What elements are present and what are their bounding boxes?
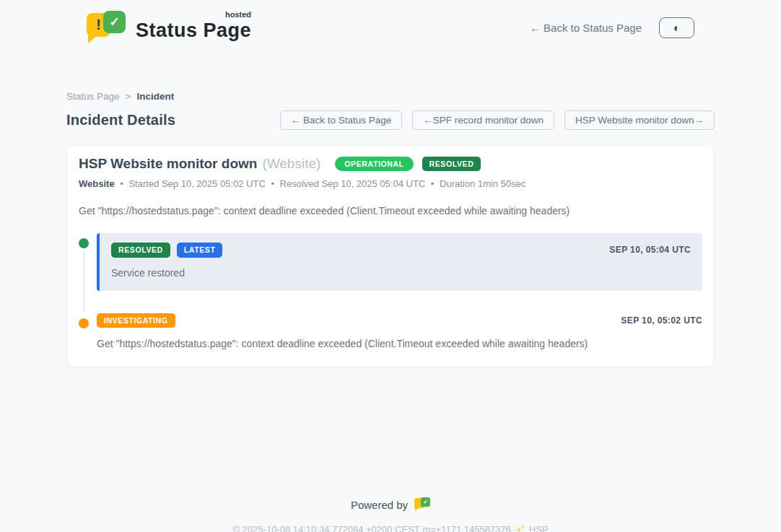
check-glyph: ✓ xyxy=(109,14,119,30)
timeline-update-latest: RESOLVED LATEST SEP 10, 05:04 UTC Servic… xyxy=(79,233,702,291)
title-row: Incident Details ← Back to Status Page ←… xyxy=(66,110,715,130)
header-right: ← Back to Status Page ◐ xyxy=(530,17,694,38)
update-message: Service restored xyxy=(111,267,691,279)
update-timestamp: SEP 10, 05:04 UTC xyxy=(609,245,691,255)
breadcrumb-incident: Incident xyxy=(136,91,174,102)
operational-badge: OPERATIONAL xyxy=(335,157,413,172)
incident-title: HSP Website monitor down xyxy=(79,156,257,172)
prev-incident-button[interactable]: ←SPF record monitor down xyxy=(412,110,554,130)
update-investigating-badge: INVESTIGATING xyxy=(97,313,175,328)
incident-nav-buttons: ← Back to Status Page ←SPF record monito… xyxy=(280,110,715,130)
meta-separator: • xyxy=(431,178,435,189)
theme-toggle-button[interactable]: ◐ xyxy=(659,17,694,38)
checkmark-icon: ✓ xyxy=(103,11,126,33)
powered-by-label: Powered by xyxy=(351,499,408,511)
update-latest-badge: LATEST xyxy=(177,243,223,258)
copyright-suffix: HSP xyxy=(529,524,549,532)
copyright-line: © 2025-10-08 14:10:34.772084 +0200 CEST … xyxy=(0,524,781,532)
meta-resolved: Resolved Sep 10, 2025 05:04 UTC xyxy=(280,178,426,189)
brand-logo[interactable]: ! ✓ Status Page hosted xyxy=(87,11,251,45)
meta-separator: • xyxy=(120,178,123,189)
checkmark-icon: ✓ xyxy=(421,497,430,507)
update-head: INVESTIGATING SEP 10, 05:02 UTC xyxy=(97,313,702,328)
check-glyph: ✓ xyxy=(423,499,428,505)
update-resolved-badge: RESOLVED xyxy=(111,243,170,258)
footer-logo-icon: ✓ xyxy=(414,497,430,512)
incident-meta: Website • Started Sep 10, 2025 05:02 UTC… xyxy=(79,178,702,189)
incident-card: HSP Website monitor down (Website) OPERA… xyxy=(66,145,715,367)
contrast-icon: ◐ xyxy=(673,22,681,34)
back-to-status-page-button[interactable]: ← Back to Status Page xyxy=(280,110,403,130)
incident-description: Get "https://hostedstatus.page": context… xyxy=(79,205,702,217)
investigating-dot-icon xyxy=(79,318,89,328)
powered-by-link[interactable]: Powered by ✓ xyxy=(351,497,430,512)
next-incident-button[interactable]: HSP Website monitor down→ xyxy=(564,110,715,130)
incident-component: (Website) xyxy=(262,156,320,172)
status-badges: OPERATIONAL RESOLVED xyxy=(335,157,481,172)
incident-timeline: RESOLVED LATEST SEP 10, 05:04 UTC Servic… xyxy=(79,233,702,349)
brand-superscript: hosted xyxy=(225,10,251,19)
breadcrumb-status-page[interactable]: Status Page xyxy=(66,91,120,102)
brand-text: Status Page hosted xyxy=(136,11,251,42)
meta-component: Website xyxy=(79,178,115,189)
sparkle-icon xyxy=(515,524,525,532)
main-content: Status Page > Incident Incident Details … xyxy=(66,91,715,367)
latest-update-box: RESOLVED LATEST SEP 10, 05:04 UTC Servic… xyxy=(97,233,702,291)
update-message: Get "https://hostedstatus.page": context… xyxy=(97,338,702,349)
footer: Powered by ✓ © 2025-10-08 14:10:34.77208… xyxy=(0,497,781,532)
brand-logo-icon: ! ✓ xyxy=(87,11,126,45)
meta-duration: Duration 1min 50sec xyxy=(440,178,525,189)
update-head: RESOLVED LATEST SEP 10, 05:04 UTC xyxy=(111,243,691,258)
copyright-text: © 2025-10-08 14:10:34.772084 +0200 CEST … xyxy=(232,524,510,532)
header: ! ✓ Status Page hosted ← Back to Status … xyxy=(0,0,781,45)
header-back-link[interactable]: ← Back to Status Page xyxy=(530,22,642,34)
incident-card-header: HSP Website monitor down (Website) OPERA… xyxy=(79,156,702,172)
meta-started: Started Sep 10, 2025 05:02 UTC xyxy=(128,178,265,189)
page-title: Incident Details xyxy=(66,112,175,128)
breadcrumb: Status Page > Incident xyxy=(66,91,715,102)
exclamation-glyph: ! xyxy=(96,16,101,33)
brand-name: Status Page xyxy=(136,19,251,41)
update-timestamp: SEP 10, 05:02 UTC xyxy=(621,315,702,326)
breadcrumb-separator: > xyxy=(126,91,131,102)
timeline-update-investigating: INVESTIGATING SEP 10, 05:02 UTC Get "htt… xyxy=(79,313,702,350)
resolved-dot-icon xyxy=(79,238,89,248)
meta-separator: • xyxy=(271,178,274,189)
resolved-badge: RESOLVED xyxy=(422,157,481,172)
